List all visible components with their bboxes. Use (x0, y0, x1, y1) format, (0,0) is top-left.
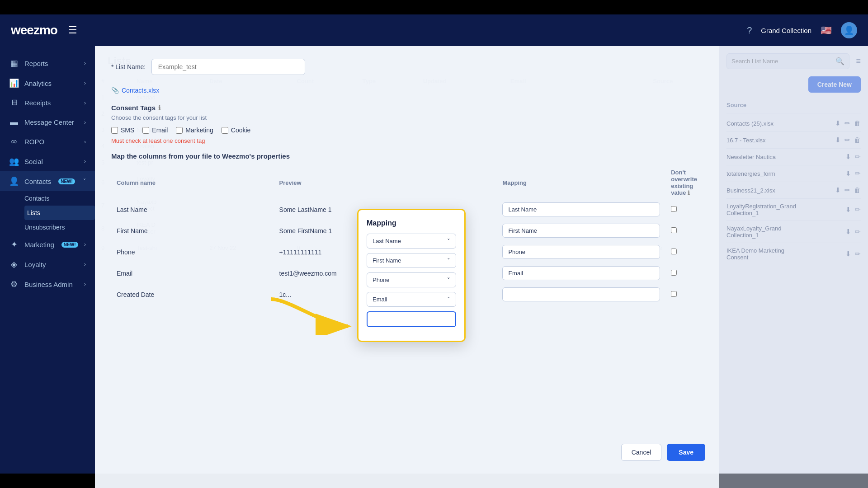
bottom-actions: Cancel Save (621, 444, 705, 461)
chevron-business-admin: › (84, 281, 86, 287)
consent-help-icon[interactable]: ℹ (158, 104, 160, 112)
sidebar-item-contacts[interactable]: 👤 Contacts NEW! ˅ (0, 171, 95, 191)
sidebar-label-receipts: Receipts (24, 99, 51, 107)
avatar[interactable]: 👤 (841, 22, 857, 38)
map-select-email[interactable]: Email (502, 266, 660, 280)
business-admin-icon: ⚙ (9, 279, 19, 289)
ropo-icon: ∞ (9, 137, 19, 146)
overwrite-phone[interactable] (671, 249, 677, 254)
dont-overwrite-label: Don't overwrite existing value (671, 169, 697, 196)
chevron-down-icon: ˅ (447, 238, 450, 244)
save-button[interactable]: Save (667, 444, 705, 461)
sidebar-label-ropo: ROPO (24, 138, 44, 145)
sidebar-item-reports[interactable]: ▦ Reports › (0, 53, 95, 73)
file-link[interactable]: 📎 Contacts.xlsx (111, 87, 703, 94)
map-select-phone[interactable]: Phone (502, 245, 660, 259)
consent-email[interactable]: Email (142, 127, 168, 134)
map-select-lastname[interactable]: Last Name (502, 202, 660, 216)
chevron-message-center: › (84, 119, 86, 126)
list-name-input[interactable] (151, 59, 305, 75)
consent-tags-section: Consent Tags ℹ Choose the consent tags f… (111, 104, 703, 144)
consent-cookie[interactable]: Cookie (222, 127, 251, 134)
overwrite-firstname[interactable] (671, 227, 677, 233)
chevron-analytics: › (84, 80, 86, 86)
flag-icon: 🇺🇸 (821, 25, 832, 36)
mapping-popup: Mapping Last Name ˅ First Name ˅ Phone ˅… (357, 209, 466, 342)
sidebar-label-loyalty: Loyalty (24, 261, 46, 268)
mapping-field-phone[interactable]: Phone ˅ (367, 272, 456, 287)
dont-overwrite-help-icon[interactable]: ℹ (688, 190, 690, 196)
chevron-contacts: ˅ (83, 178, 86, 184)
mapping-field-firstname[interactable]: First Name ˅ (367, 253, 456, 268)
overwrite-created-date[interactable] (671, 291, 677, 297)
receipts-icon: 🖥 (9, 98, 19, 108)
map-select-firstname[interactable]: First Name (502, 224, 660, 238)
overwrite-lastname[interactable] (671, 206, 677, 212)
chevron-down-icon: ˅ (447, 257, 450, 264)
analytics-icon: 📊 (9, 78, 19, 88)
sidebar-item-receipts[interactable]: 🖥 Receipts › (0, 93, 95, 113)
marketing-icon: ✦ (9, 239, 19, 249)
sidebar-label-reports: Reports (24, 60, 48, 67)
paperclip-icon: 📎 (111, 87, 119, 94)
sidebar-label-contacts: Contacts (24, 178, 51, 185)
sidebar-item-ropo[interactable]: ∞ ROPO › (0, 132, 95, 151)
sidebar-item-social[interactable]: 👥 Social › (0, 151, 95, 171)
loyalty-icon: ◈ (9, 259, 19, 269)
consent-sms[interactable]: SMS (111, 127, 134, 134)
consent-marketing[interactable]: Marketing (176, 127, 213, 134)
reports-icon: ▦ (9, 58, 19, 68)
map-title: Map the columns from your file to Weezmo… (111, 152, 703, 160)
sidebar-label-business-admin: Business Admin (24, 281, 73, 288)
mapping-field-active[interactable] (367, 311, 456, 327)
consent-error: Must check at least one consent tag (111, 137, 703, 144)
consent-subtitle: Choose the consent tags for your list (111, 114, 703, 121)
message-center-icon: ▬ (9, 117, 19, 127)
sidebar-label-message-center: Message Center (24, 118, 74, 126)
sidebar-item-message-center[interactable]: ▬ Message Center › (0, 113, 95, 132)
chevron-social: › (84, 158, 86, 164)
contacts-badge: NEW! (58, 178, 75, 184)
sidebar-sub-unsubscribers[interactable]: Unsubscribers (24, 220, 95, 235)
cancel-button[interactable]: Cancel (621, 444, 662, 461)
org-name: Grand Collection (761, 27, 811, 34)
marketing-badge: NEW! (61, 242, 78, 248)
sidebar-sub-contacts[interactable]: Contacts (24, 191, 95, 206)
logo: weezmo (11, 23, 57, 38)
sidebar-item-business-admin[interactable]: ⚙ Business Admin › (0, 274, 95, 294)
contacts-icon: 👤 (9, 176, 19, 186)
sidebar-item-marketing[interactable]: ✦ Marketing NEW! › (0, 235, 95, 254)
mapping-active-input[interactable] (373, 316, 450, 323)
overwrite-email[interactable] (671, 270, 677, 276)
social-icon: 👥 (9, 156, 19, 166)
sidebar-item-loyalty[interactable]: ◈ Loyalty › (0, 254, 95, 274)
chevron-receipts: › (84, 100, 86, 106)
map-select-created-date[interactable] (502, 287, 660, 301)
sidebar-item-analytics[interactable]: 📊 Analytics › (0, 73, 95, 93)
chevron-loyalty: › (84, 261, 86, 267)
sidebar-sub-lists[interactable]: Lists (24, 206, 95, 220)
sidebar-label-marketing: Marketing (24, 241, 54, 249)
mapping-popup-title: Mapping (367, 219, 456, 227)
help-icon[interactable]: ? (747, 25, 752, 36)
sidebar-label-analytics: Analytics (24, 80, 52, 87)
list-name-label: * List Name: (111, 63, 146, 70)
consent-title-text: Consent Tags (111, 104, 156, 112)
chevron-ropo: › (84, 139, 86, 145)
chevron-down-icon: ˅ (447, 296, 450, 303)
mapping-field-email[interactable]: Email ˅ (367, 292, 456, 307)
chevron-down-icon: ˅ (447, 277, 450, 283)
chevron-marketing: › (84, 241, 86, 248)
hamburger-icon[interactable]: ☰ (68, 24, 77, 36)
mapping-field-lastname[interactable]: Last Name ˅ (367, 234, 456, 249)
sidebar-label-social: Social (24, 158, 43, 165)
chevron-reports: › (84, 60, 86, 66)
